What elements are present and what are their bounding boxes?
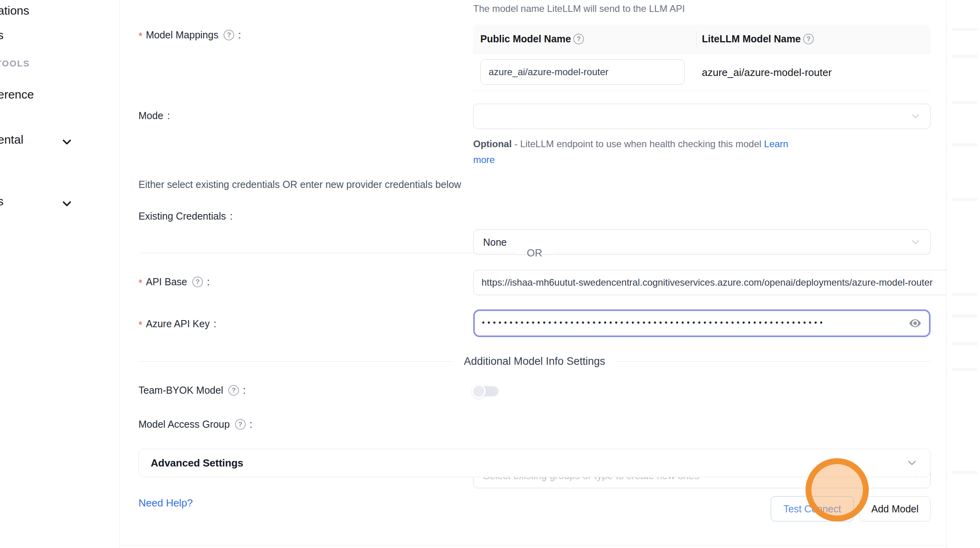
optional-bold: Optional: [473, 138, 512, 149]
faint-row: [952, 143, 978, 146]
model-mappings-table: Public Model Name ? LiteLLM Model Name ?…: [473, 25, 931, 91]
mode-label: Mode :: [138, 110, 170, 121]
help-icon[interactable]: ?: [573, 34, 584, 44]
sidebar: ations s TOOLS erence ental s: [0, 0, 119, 548]
faint-row: [952, 198, 978, 201]
required-asterisk: *: [138, 277, 142, 289]
required-asterisk: *: [138, 30, 142, 42]
label-colon: :: [207, 276, 210, 288]
credentials-note: Either select existing credentials OR en…: [138, 179, 461, 190]
column-header-public-model-name: Public Model Name ?: [480, 33, 584, 45]
api-base-label: * API Base ? :: [138, 276, 210, 288]
help-icon[interactable]: ?: [228, 385, 239, 396]
background-page-strip: [946, 0, 980, 548]
add-model-form: The model name LiteLLM will send to the …: [120, 0, 946, 548]
api-base-input[interactable]: [473, 270, 980, 295]
masked-password-value: ••••••••••••••••••••••••••••••••••••••••…: [482, 318, 908, 327]
sidebar-item-5[interactable]: s: [0, 195, 4, 208]
team-byok-label: Team-BYOK Model ? :: [138, 385, 246, 396]
faint-row: [952, 101, 978, 104]
need-help-link[interactable]: Need Help?: [138, 497, 193, 509]
required-asterisk: *: [138, 319, 142, 331]
chevron-down-icon: [906, 457, 918, 469]
azure-api-key-label: * Azure API Key :: [138, 318, 216, 330]
existing-credentials-value: None: [483, 237, 507, 248]
faint-row: [952, 55, 978, 58]
model-mappings-table-header: Public Model Name ? LiteLLM Model Name ?: [473, 25, 931, 54]
label-colon: :: [250, 419, 252, 430]
label-colon: :: [243, 385, 246, 396]
chevron-down-icon: [910, 110, 921, 122]
label-colon: :: [238, 29, 241, 41]
help-icon[interactable]: ?: [192, 277, 203, 287]
card-bottom-border: [120, 545, 946, 546]
faint-row: [952, 315, 978, 318]
faint-row: [952, 342, 978, 345]
mode-helper-text: Optional - LiteLLM endpoint to use when …: [473, 136, 806, 168]
or-divider: OR: [138, 247, 931, 259]
model-access-group-label: Model Access Group ? :: [138, 419, 252, 430]
advanced-settings-label: Advanced Settings: [151, 457, 906, 469]
model-mappings-label: * Model Mappings ? :: [138, 29, 241, 41]
mode-select[interactable]: [473, 104, 931, 129]
sidebar-item-1[interactable]: ations: [0, 4, 29, 17]
sidebar-item-label: s: [0, 28, 4, 42]
litellm-model-name-value: azure_ai/azure-model-router: [702, 54, 832, 91]
sidebar-item-3[interactable]: erence: [0, 88, 34, 101]
azure-api-key-input[interactable]: ••••••••••••••••••••••••••••••••••••••••…: [473, 309, 931, 337]
sidebar-item-label: s: [0, 195, 4, 208]
faint-row: [952, 28, 978, 31]
help-icon[interactable]: ?: [803, 34, 814, 44]
sidebar-item-label: erence: [0, 88, 34, 101]
chevron-down-icon[interactable]: [60, 197, 74, 210]
sidebar-item-2[interactable]: s: [0, 28, 4, 42]
add-model-button[interactable]: Add Model: [859, 496, 931, 521]
model-name-helper-text: The model name LiteLLM will send to the …: [473, 3, 685, 14]
sidebar-section-tools: TOOLS: [0, 59, 30, 69]
help-icon[interactable]: ?: [235, 419, 246, 430]
sidebar-item-label: ations: [0, 4, 29, 17]
help-icon[interactable]: ?: [224, 30, 234, 40]
public-model-name-input[interactable]: [480, 59, 684, 85]
faint-row: [952, 368, 978, 371]
test-connect-button[interactable]: Test Connect: [771, 496, 854, 521]
faint-row: [952, 293, 978, 296]
sidebar-item-4[interactable]: ental: [0, 133, 23, 146]
chevron-down-icon[interactable]: [60, 135, 74, 149]
faint-row: [952, 471, 978, 474]
eye-icon[interactable]: [908, 317, 922, 330]
label-colon: :: [167, 110, 170, 121]
label-colon: :: [230, 210, 233, 222]
advanced-settings-panel[interactable]: Advanced Settings: [138, 449, 931, 477]
additional-settings-divider: Additional Model Info Settings: [138, 355, 931, 368]
chevron-down-icon: [910, 236, 921, 248]
column-divider: [696, 31, 697, 47]
additional-settings-divider-text: Additional Model Info Settings: [453, 355, 616, 368]
team-byok-toggle[interactable]: [473, 386, 499, 396]
existing-credentials-label: Existing Credentials :: [138, 210, 233, 222]
or-divider-text: OR: [516, 247, 554, 259]
sidebar-item-label: ental: [0, 133, 23, 146]
toggle-knob: [472, 384, 486, 398]
model-mapping-row: azure_ai/azure-model-router: [473, 54, 931, 91]
label-colon: :: [214, 318, 216, 330]
column-header-litellm-model-name: LiteLLM Model Name ?: [702, 33, 814, 45]
